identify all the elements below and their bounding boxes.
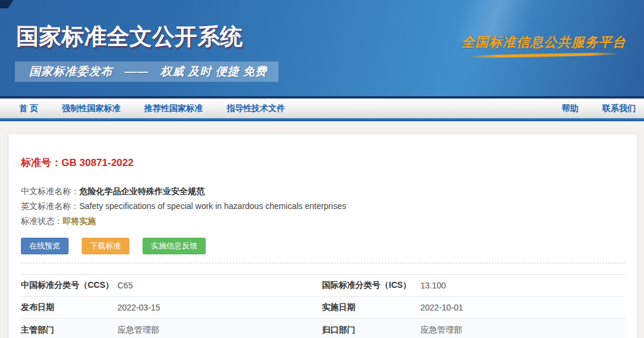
nav-item-help[interactable]: 帮助 <box>562 103 578 114</box>
status-badge: 即将实施 <box>63 216 96 226</box>
ics-value: 13.100 <box>420 281 625 290</box>
ccs-value: C65 <box>117 281 322 290</box>
cn-name-value: 危险化学品企业特殊作业安全规范 <box>79 186 205 196</box>
ccs-label: 中国标准分类号（CCS） <box>21 280 117 291</box>
action-button-row: 在线预览 下载标准 实施信息反馈 <box>21 238 625 254</box>
cn-name-row: 中文标准名称：危险化学品企业特殊作业安全规范 <box>21 184 625 199</box>
nav-item-guiding-documents[interactable]: 指导性技术文件 <box>227 103 285 114</box>
en-name-label: 英文标准名称： <box>21 201 79 211</box>
nav-item-contact-us[interactable]: 联系我们 <box>602 103 636 114</box>
nav-left-group: 首 页 强制性国家标准 推荐性国家标准 指导性技术文件 <box>19 103 309 114</box>
table-row: 主管部门 应急管理部 归口部门 应急管理部 <box>21 319 625 338</box>
centralized-dept-value: 应急管理部 <box>420 325 625 336</box>
implementation-feedback-button[interactable]: 实施信息反馈 <box>143 238 206 254</box>
header-slogan: 国家标准委发布 —— 权威 及时 便捷 免费 <box>29 64 267 79</box>
platform-name: 全国标准信息公共服务平台 <box>460 33 627 51</box>
standard-meta-block: 中文标准名称：危险化学品企业特殊作业安全规范 英文标准名称：Safety spe… <box>21 184 625 229</box>
site-title: 国家标准全文公开系统 <box>16 21 243 52</box>
status-label: 标准状态： <box>21 216 63 226</box>
standard-detail-card: 标准号：GB 30871-2022 中文标准名称：危险化学品企业特殊作业安全规范… <box>8 133 638 338</box>
online-preview-button[interactable]: 在线预览 <box>21 238 69 254</box>
main-navbar: 首 页 强制性国家标准 推荐性国家标准 指导性技术文件 帮助 联系我们 <box>0 99 644 118</box>
header-corner-decoration <box>0 0 14 8</box>
en-name-value: Safety specifications of special work in… <box>79 201 346 211</box>
competent-dept-label: 主管部门 <box>21 325 117 336</box>
standard-number-label: 标准号： <box>21 157 61 168</box>
publish-date-label: 发布日期 <box>21 302 117 313</box>
centralized-dept-label: 归口部门 <box>322 325 420 336</box>
en-name-row: 英文标准名称：Safety specifications of special … <box>21 199 625 214</box>
dashed-separator <box>21 263 625 263</box>
platform-underline-stroke <box>470 52 618 58</box>
site-header: 国家标准全文公开系统 国家标准委发布 —— 权威 及时 便捷 免费 全国标准信息… <box>0 0 644 96</box>
standard-number-line: 标准号：GB 30871-2022 <box>21 156 625 170</box>
implement-date-label: 实施日期 <box>322 302 420 313</box>
cn-name-label: 中文标准名称： <box>21 186 79 196</box>
nav-right-group: 帮助 联系我们 <box>538 103 636 114</box>
publish-date-value: 2022-03-15 <box>117 303 322 312</box>
table-row: 中国标准分类号（CCS） C65 国际标准分类号（ICS） 13.100 <box>21 275 625 297</box>
nav-item-mandatory-standards[interactable]: 强制性国家标准 <box>62 103 120 114</box>
ics-label: 国际标准分类号（ICS） <box>322 280 420 291</box>
implement-date-value: 2022-10-01 <box>420 303 625 312</box>
standard-detail-table: 中国标准分类号（CCS） C65 国际标准分类号（ICS） 13.100 发布日… <box>21 274 625 338</box>
platform-logo[interactable]: 全国标准信息公共服务平台 <box>460 33 627 57</box>
competent-dept-value: 应急管理部 <box>117 325 322 336</box>
page-body: 标准号：GB 30871-2022 中文标准名称：危险化学品企业特殊作业安全规范… <box>0 121 644 338</box>
download-standard-button[interactable]: 下载标准 <box>82 238 129 254</box>
standard-number: GB 30871-2022 <box>61 157 134 168</box>
nav-item-home[interactable]: 首 页 <box>19 103 38 114</box>
nav-item-recommended-standards[interactable]: 推荐性国家标准 <box>144 103 203 114</box>
table-row: 发布日期 2022-03-15 实施日期 2022-10-01 <box>21 297 625 319</box>
status-row: 标准状态：即将实施 <box>21 214 625 229</box>
header-slogan-strip: 国家标准委发布 —— 权威 及时 便捷 免费 <box>15 62 278 82</box>
